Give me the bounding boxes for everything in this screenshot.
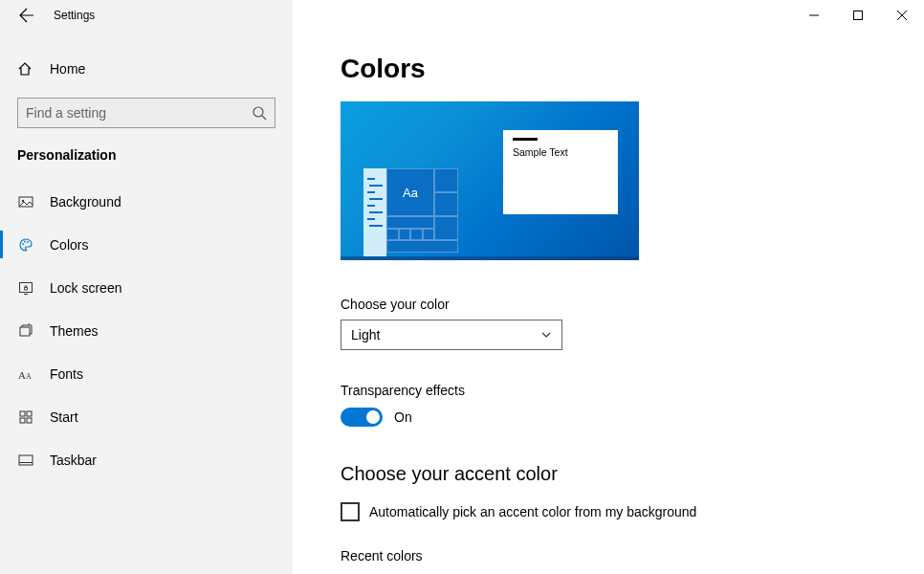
transparency-label: Transparency effects xyxy=(341,383,924,398)
sidebar-item-label: Fonts xyxy=(50,366,83,382)
svg-rect-16 xyxy=(20,411,25,416)
sidebar-item-taskbar[interactable]: Taskbar xyxy=(0,438,293,481)
sidebar-item-home[interactable]: Home xyxy=(0,50,293,88)
sidebar-item-label: Lock screen xyxy=(50,280,121,296)
color-preview-panel: Aa xyxy=(341,101,639,260)
titlebar: Settings xyxy=(0,0,924,31)
preview-start-tiles: Aa xyxy=(386,168,463,256)
themes-icon xyxy=(17,323,34,339)
svg-rect-19 xyxy=(27,418,32,423)
svg-rect-18 xyxy=(20,418,25,423)
category-title: Personalization xyxy=(0,144,293,180)
lock-screen-icon xyxy=(17,280,34,296)
preview-tile-aa: Aa xyxy=(386,168,434,216)
svg-rect-13 xyxy=(20,327,30,336)
page-title: Colors xyxy=(341,54,924,84)
home-label: Home xyxy=(50,61,85,77)
svg-line-5 xyxy=(262,116,266,120)
search-icon xyxy=(252,105,267,121)
choose-color-dropdown[interactable]: Light xyxy=(341,320,562,350)
choose-color-label: Choose your color xyxy=(341,297,924,312)
minimize-button[interactable] xyxy=(792,0,836,31)
svg-rect-20 xyxy=(19,455,33,465)
svg-rect-1 xyxy=(854,11,863,20)
svg-text:A: A xyxy=(26,372,32,381)
svg-point-9 xyxy=(24,240,26,242)
svg-point-8 xyxy=(22,243,24,245)
content-area: Colors Aa xyxy=(293,31,924,574)
sidebar-item-label: Start xyxy=(50,409,78,425)
home-icon xyxy=(17,61,34,77)
sidebar-item-label: Background xyxy=(50,194,121,210)
auto-accent-label: Automatically pick an accent color from … xyxy=(369,504,696,519)
auto-accent-checkbox[interactable] xyxy=(341,502,360,521)
chevron-down-icon xyxy=(540,329,552,341)
palette-icon xyxy=(17,237,34,253)
recent-colors-label: Recent colors xyxy=(341,548,924,563)
svg-point-10 xyxy=(27,241,29,243)
transparency-toggle[interactable] xyxy=(341,408,383,427)
sidebar-item-colors[interactable]: Colors xyxy=(0,223,293,266)
preview-start-list xyxy=(363,168,386,256)
transparency-state: On xyxy=(394,409,412,425)
maximize-button[interactable] xyxy=(836,0,880,31)
fonts-icon: AA xyxy=(17,367,34,381)
accent-heading: Choose your accent color xyxy=(341,463,924,485)
sidebar: Home Personalization Background xyxy=(0,31,293,574)
maximize-icon xyxy=(853,11,863,20)
back-arrow-icon xyxy=(19,8,34,23)
start-icon xyxy=(17,409,34,425)
taskbar-icon xyxy=(17,453,34,468)
sidebar-item-lock-screen[interactable]: Lock screen xyxy=(0,266,293,309)
minimize-icon xyxy=(809,11,819,20)
app-title: Settings xyxy=(54,9,95,22)
close-button[interactable] xyxy=(880,0,924,31)
svg-rect-12 xyxy=(24,294,28,295)
sidebar-item-themes[interactable]: Themes xyxy=(0,309,293,352)
sidebar-item-label: Themes xyxy=(50,323,99,339)
sidebar-item-start[interactable]: Start xyxy=(0,395,293,438)
preview-sample-window: Sample Text xyxy=(503,130,618,214)
close-icon xyxy=(897,11,907,20)
sidebar-item-fonts[interactable]: AA Fonts xyxy=(0,352,293,395)
sidebar-item-label: Colors xyxy=(50,237,88,253)
sidebar-item-label: Taskbar xyxy=(50,453,97,468)
back-button[interactable] xyxy=(11,0,42,31)
search-input[interactable] xyxy=(26,105,252,121)
choose-color-value: Light xyxy=(351,327,380,342)
image-icon xyxy=(17,194,34,210)
search-box[interactable] xyxy=(17,98,275,128)
svg-rect-17 xyxy=(27,411,32,416)
svg-point-4 xyxy=(253,107,263,117)
preview-sample-text: Sample Text xyxy=(513,146,618,158)
svg-text:A: A xyxy=(18,369,26,381)
sidebar-item-background[interactable]: Background xyxy=(0,180,293,223)
preview-taskbar xyxy=(341,256,639,260)
